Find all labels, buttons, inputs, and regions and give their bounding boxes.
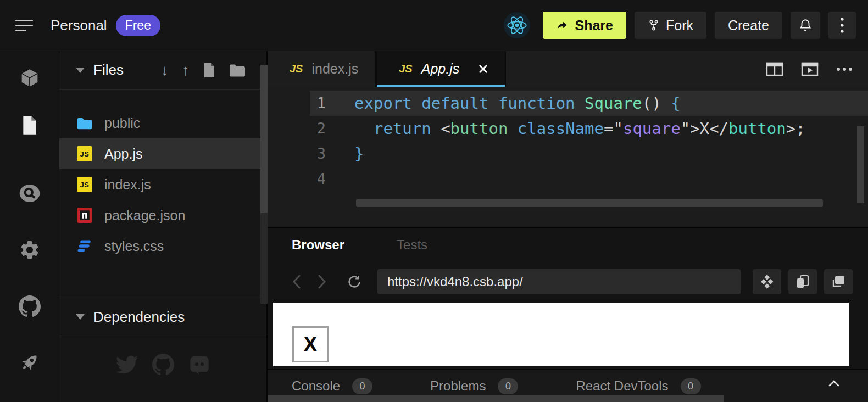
file-list: public JS App.js JS index.js package.jso… — [59, 108, 266, 261]
file-name: public — [104, 115, 140, 131]
browser-nav-row — [268, 262, 868, 302]
sandbox-cube-icon[interactable] — [19, 67, 41, 89]
share-icon — [556, 19, 569, 32]
download-sandbox-icon[interactable]: ↓ — [161, 63, 169, 78]
tab-browser[interactable]: Browser — [292, 237, 344, 253]
tab-indexjs[interactable]: JS index.js — [268, 51, 376, 87]
line-number: 3 — [268, 141, 354, 166]
code-text: } — [354, 141, 364, 166]
hamburger-menu-icon[interactable] — [15, 17, 37, 34]
folder-icon — [77, 117, 92, 130]
editor-horizontal-scrollbar[interactable] — [356, 199, 823, 207]
fork-icon — [648, 19, 660, 32]
dependencies-title: Dependencies — [93, 309, 185, 326]
top-bar: Personal Free Share — [0, 0, 868, 51]
tab-tests[interactable]: Tests — [397, 237, 427, 253]
github-icon[interactable] — [152, 354, 174, 376]
files-scrollbar-track — [260, 213, 268, 304]
close-tab-icon[interactable] — [478, 64, 488, 74]
duplicate-preview-button[interactable] — [788, 269, 817, 294]
github-icon[interactable] — [19, 295, 41, 317]
files-panel: Files ↓ ↑ public JS App.js — [59, 51, 268, 402]
file-row-public[interactable]: public — [59, 108, 266, 138]
codesandbox-app: Personal Free Share — [0, 0, 868, 402]
kebab-menu-icon — [840, 17, 844, 34]
editor-more-icon[interactable] — [836, 67, 853, 71]
bell-icon — [798, 18, 813, 32]
js-file-icon: JS — [77, 177, 92, 192]
code-editor[interactable]: 1export default function Square() {2 ret… — [268, 87, 868, 227]
file-row-stylescss[interactable]: styles.css — [59, 231, 266, 261]
upload-files-icon[interactable]: ↑ — [182, 63, 190, 78]
code-text: return <button className="square">X</but… — [354, 116, 805, 141]
refresh-icon[interactable] — [339, 274, 370, 289]
editor-vertical-scrollbar[interactable] — [857, 126, 864, 203]
preview-window-icon[interactable] — [801, 62, 819, 77]
fork-button[interactable]: Fork — [635, 12, 706, 39]
file-name: styles.css — [104, 238, 164, 254]
back-icon[interactable] — [284, 275, 309, 289]
line-number: 4 — [268, 166, 354, 192]
twitter-icon[interactable] — [116, 354, 138, 376]
npm-file-icon — [77, 208, 92, 223]
code-line[interactable]: 3} — [268, 141, 868, 166]
social-links — [59, 354, 266, 376]
chevron-up-icon[interactable] — [828, 379, 839, 389]
file-explorer-icon[interactable] — [19, 114, 41, 136]
search-icon[interactable] — [19, 182, 41, 204]
files-scrollbar-thumb[interactable] — [260, 65, 268, 213]
more-options-button[interactable] — [828, 12, 856, 39]
file-row-packagejson[interactable]: package.json — [59, 200, 266, 231]
browser-pane: Browser Tests — [268, 227, 868, 402]
responsive-preview-button[interactable] — [753, 269, 781, 294]
js-file-icon: JS — [77, 146, 92, 161]
share-button[interactable]: Share — [543, 12, 626, 39]
line-number: 1 — [268, 91, 354, 116]
workspace-name[interactable]: Personal — [51, 17, 107, 34]
dependencies-header[interactable]: Dependencies — [59, 298, 266, 336]
code-lines: 1export default function Square() {2 ret… — [268, 91, 868, 192]
console-count-badge: 0 — [352, 378, 372, 394]
preview-frame: X — [273, 303, 849, 366]
activity-bar — [0, 51, 59, 402]
editor-pane: JS index.js JS App.js — [268, 51, 868, 227]
react-devtools-tab[interactable]: React DevTools 0 — [576, 378, 700, 394]
discord-icon[interactable] — [188, 354, 210, 376]
create-button[interactable]: Create — [715, 12, 782, 39]
code-line[interactable]: 2 return <button className="square">X</b… — [268, 116, 868, 141]
editor-tab-bar: JS index.js JS App.js — [268, 51, 868, 87]
browser-tabs: Browser Tests — [268, 228, 868, 262]
problems-count-badge: 0 — [498, 378, 518, 394]
code-line[interactable]: 1export default function Square() { — [268, 91, 868, 116]
tab-label: index.js — [311, 61, 358, 77]
css-file-icon — [77, 238, 92, 254]
plan-badge: Free — [116, 15, 160, 36]
open-in-new-window-button[interactable] — [824, 269, 853, 294]
tab-appjs[interactable]: JS App.js — [376, 51, 506, 87]
file-row-indexjs[interactable]: JS index.js — [59, 169, 266, 200]
devtools-count-badge: 0 — [681, 378, 701, 394]
topbar-actions: Share Fork Create — [504, 12, 856, 39]
square-x-button[interactable]: X — [292, 326, 329, 362]
files-panel-title: Files — [93, 62, 124, 79]
chevron-down-icon[interactable] — [76, 68, 85, 73]
new-file-icon[interactable] — [203, 63, 216, 78]
code-line[interactable]: 4 — [268, 166, 868, 192]
js-mark: JS — [290, 63, 303, 75]
rocket-icon[interactable] — [19, 351, 41, 373]
console-horizontal-scrollbar[interactable] — [268, 395, 724, 402]
forward-icon[interactable] — [309, 275, 335, 289]
notifications-button[interactable] — [791, 12, 820, 39]
line-number: 2 — [268, 116, 354, 141]
new-folder-icon[interactable] — [229, 64, 246, 77]
file-name: index.js — [104, 177, 151, 193]
problems-tab[interactable]: Problems 0 — [430, 378, 518, 394]
code-text: export default function Square() { — [354, 91, 681, 116]
split-editor-icon[interactable] — [766, 62, 783, 77]
console-bar: Console 0 Problems 0 React DevTools 0 — [268, 369, 868, 402]
url-input[interactable] — [377, 269, 741, 294]
tab-label: App.js — [421, 61, 459, 77]
settings-gear-icon[interactable] — [19, 239, 41, 261]
file-row-appjs[interactable]: JS App.js — [59, 138, 266, 169]
console-tab[interactable]: Console 0 — [292, 378, 372, 394]
